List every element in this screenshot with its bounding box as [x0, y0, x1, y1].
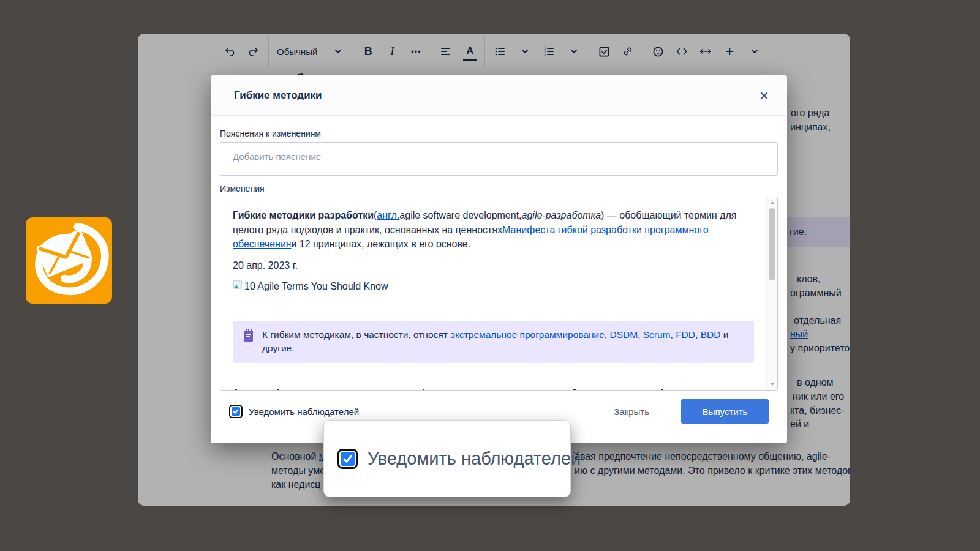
publish-button[interactable]: Выпустить [681, 399, 769, 424]
broken-image-icon [233, 279, 243, 294]
lang-link[interactable]: англ. [377, 210, 399, 220]
notify-watchers-checkbox-magnified[interactable] [337, 449, 358, 469]
scroll-up-icon[interactable] [770, 201, 775, 204]
changes-label: Изменения [220, 184, 778, 193]
dialog-header: Гибкие методики × [211, 75, 787, 116]
mail-swirl-logo [26, 217, 112, 304]
scrollbar-thumb[interactable] [769, 208, 775, 280]
notify-watchers-label: Уведомить наблюдателей [249, 407, 359, 417]
clipped-text-marks [233, 389, 754, 390]
close-button[interactable]: Закрыть [610, 406, 653, 418]
dsdm-link[interactable]: DSDM [609, 329, 638, 340]
notify-watchers-checkbox[interactable] [229, 405, 243, 418]
info-panel: К гибким методикам, в частности, относят… [233, 321, 754, 363]
close-icon[interactable]: × [760, 88, 769, 103]
magnified-checkbox-label: Уведомить наблюдателей [368, 449, 581, 469]
fdd-link[interactable]: FDD [676, 329, 695, 340]
xp-link[interactable]: экстремальное программирование [450, 329, 605, 340]
scroll-down-icon[interactable] [770, 383, 775, 386]
broken-image-row: 10 Agile Terms You Should Know [233, 279, 754, 294]
preview-content: Гибкие методики разработки(англ.agile so… [221, 197, 766, 390]
publish-dialog: Гибкие методики × Пояснения к изменениям… [211, 75, 787, 443]
date-text: 20 апр. 2023 г. [233, 258, 754, 273]
preview-paragraph: Гибкие методики разработки(англ.agile so… [233, 208, 754, 252]
comment-input[interactable] [220, 142, 778, 176]
dialog-title: Гибкие методики [234, 89, 322, 102]
preview-scrollbar[interactable] [766, 197, 777, 390]
bdd-link[interactable]: BDD [701, 329, 721, 340]
image-alt-text: 10 Agile Terms You Should Know [244, 279, 388, 294]
info-panel-text: К гибким методикам, в частности, относят… [262, 328, 744, 356]
scrum-link[interactable]: Scrum [643, 329, 671, 340]
magnified-checkbox-popup: Уведомить наблюдателей [323, 420, 571, 497]
changes-preview-pane: Гибкие методики разработки(англ.agile so… [220, 197, 778, 391]
comment-label: Пояснения к изменениям [220, 129, 778, 138]
note-panel-icon [243, 328, 255, 356]
